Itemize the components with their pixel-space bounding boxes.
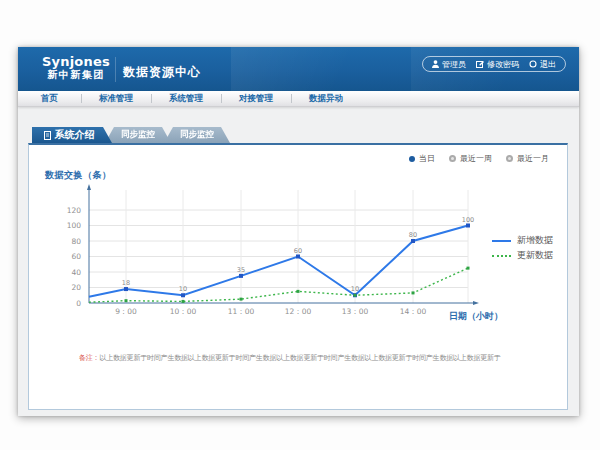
point-label: 18 <box>122 279 130 287</box>
series-marker-1 <box>240 298 243 301</box>
point-label: 10 <box>351 285 359 293</box>
legend-label: 新增数据 <box>517 234 553 247</box>
legend-line-dotted <box>492 255 511 257</box>
series-marker-1 <box>125 299 128 302</box>
user-button[interactable]: 管理员 <box>432 59 466 70</box>
x-tick-label: 9 : 00 <box>115 307 137 316</box>
series-marker-1 <box>354 294 357 297</box>
nav-item-system-mgmt[interactable]: 系统管理 <box>151 91 221 106</box>
y-tick-label: 120 <box>67 206 82 215</box>
footnote-text: 以上数据更新于时间产生数据以上数据更新于时间产生数据以上数据更新于时间产生数据以… <box>99 354 500 362</box>
x-tick-label: 11 : 00 <box>228 307 255 316</box>
chart-panel: 当日 最近一周 最近一月 数据交换（条） 0204060801001209 : … <box>28 143 568 410</box>
tab-sync-monitor-1[interactable]: 同步监控 <box>105 127 171 143</box>
main-nav: 首页 标准管理 系统管理 对接管理 数据异动 <box>18 91 579 107</box>
y-tick-label: 0 <box>76 299 81 308</box>
legend-item-new-data: 新增数据 <box>492 235 553 246</box>
series-marker-0 <box>181 293 185 297</box>
nav-item-home[interactable]: 首页 <box>18 91 81 106</box>
logo-brand: Synjones <box>42 54 110 69</box>
nav-item-data-change[interactable]: 数据异动 <box>291 91 361 106</box>
chart-svg: 0204060801001209 : 0010 : 0011 : 0012 : … <box>29 145 569 412</box>
chart-legend: 新增数据 更新数据 <box>492 235 553 265</box>
legend-item-update-data: 更新数据 <box>492 250 553 261</box>
change-password-label: 修改密码 <box>487 59 519 70</box>
nav-item-standard-mgmt[interactable]: 标准管理 <box>81 91 151 106</box>
legend-label: 更新数据 <box>517 249 553 262</box>
document-icon <box>44 131 51 140</box>
x-axis-title: 日期（小时） <box>449 310 503 323</box>
series-marker-0 <box>239 274 243 278</box>
point-label: 100 <box>462 216 474 224</box>
user-icon <box>432 60 439 68</box>
edit-icon <box>476 60 484 68</box>
point-label: 60 <box>294 247 302 255</box>
series-marker-1 <box>467 267 470 270</box>
tab-bar: 系统介绍 同步监控 同步监控 <box>32 127 230 143</box>
y-tick-label: 100 <box>67 221 82 230</box>
footnote-prefix: 备注： <box>79 354 99 362</box>
tab-label: 同步监控 <box>121 129 155 141</box>
y-tick-label: 20 <box>71 283 81 292</box>
header-divider <box>115 57 116 82</box>
x-tick-label: 12 : 00 <box>285 307 312 316</box>
y-tick-label: 40 <box>71 268 81 277</box>
y-tick-label: 60 <box>71 252 81 261</box>
header: Synjones 新中新集团 数据资源中心 管理员 修改密码 退出 <box>18 47 579 91</box>
user-menu: 管理员 修改密码 退出 <box>422 56 566 72</box>
logo-company: 新中新集团 <box>42 69 110 81</box>
logout-button[interactable]: 退出 <box>529 59 556 70</box>
logo: Synjones 新中新集团 <box>42 54 110 81</box>
tab-label: 系统介绍 <box>55 128 95 142</box>
series-marker-1 <box>412 291 415 294</box>
change-password-button[interactable]: 修改密码 <box>476 59 519 70</box>
y-tick-label: 80 <box>71 237 81 246</box>
app-title: 数据资源中心 <box>123 64 201 81</box>
footnote: 备注：以上数据更新于时间产生数据以上数据更新于时间产生数据以上数据更新于时间产生… <box>79 353 501 363</box>
x-tick-label: 13 : 00 <box>342 307 369 316</box>
point-label: 10 <box>179 285 187 293</box>
legend-line-solid <box>492 240 511 242</box>
tab-system-intro[interactable]: 系统介绍 <box>32 127 112 143</box>
logout-icon <box>529 60 537 68</box>
series-marker-0 <box>466 224 470 228</box>
header-streak <box>231 47 431 91</box>
nav-item-interface-mgmt[interactable]: 对接管理 <box>221 91 291 106</box>
series-marker-0 <box>296 255 300 259</box>
point-label: 80 <box>409 231 417 239</box>
x-tick-label: 14 : 00 <box>400 307 427 316</box>
tab-label: 同步监控 <box>180 129 214 141</box>
point-label: 35 <box>237 266 245 274</box>
x-axis-arrow <box>473 301 479 305</box>
tab-sync-monitor-2[interactable]: 同步监控 <box>164 127 230 143</box>
series-marker-0 <box>124 287 128 291</box>
x-tick-label: 10 : 00 <box>170 307 197 316</box>
series-line-1 <box>89 268 468 302</box>
series-marker-1 <box>297 290 300 293</box>
user-label: 管理员 <box>442 59 466 70</box>
app-window: Synjones 新中新集团 数据资源中心 管理员 修改密码 退出 首页 标准管… <box>18 47 579 416</box>
y-axis-arrow <box>87 184 91 190</box>
logout-label: 退出 <box>540 59 556 70</box>
series-marker-1 <box>182 300 185 303</box>
series-marker-0 <box>411 239 415 243</box>
